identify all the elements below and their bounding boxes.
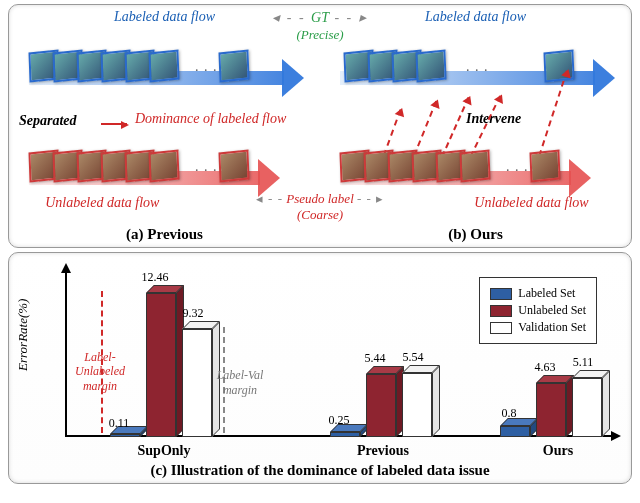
- caption-c: (c) Illustration of the dominance of lab…: [9, 462, 631, 479]
- labeled-tiles-a: [35, 51, 179, 81]
- val-ours-unl: 4.63: [525, 360, 565, 375]
- subfig-a: Labeled data flow . . . Separated Domina…: [9, 5, 320, 219]
- val-prev-unl: 5.44: [355, 351, 395, 366]
- legend-validation: Validation Set: [518, 320, 586, 335]
- legend-swatch-labeled: [490, 288, 512, 300]
- val-ours-val: 5.11: [563, 355, 603, 370]
- xcat-ours: Ours: [503, 443, 613, 459]
- chart-legend: Labeled Set Unlabeled Set Validation Set: [479, 277, 597, 344]
- legend-unlabeled: Unlabeled Set: [518, 303, 586, 318]
- unlabeled-tiles-a: [35, 151, 179, 181]
- val-suponly-unl: 12.46: [135, 270, 175, 285]
- figure-panel-top: Labeled data flow ◂ - - GT - - ▸ Labeled…: [8, 4, 632, 248]
- caption-b: (b) Ours: [320, 226, 631, 243]
- intervene-label: Intervene: [466, 111, 521, 127]
- xcat-suponly: SupOnly: [109, 443, 219, 459]
- subfig-b: Labeled data flow . . . Intervene . .: [320, 5, 631, 219]
- labeled-flow-label-right: Labeled data flow: [320, 9, 631, 25]
- dominance-arrow: [101, 115, 127, 133]
- labeled-flow-label-left: Labeled data flow: [9, 9, 320, 25]
- val-ours-lab: 0.8: [489, 406, 529, 421]
- val-prev-val: 5.54: [393, 350, 433, 365]
- unlabeled-flow-label-b: Unlabeled data flow: [432, 195, 631, 211]
- separated-label: Separated: [19, 113, 77, 129]
- margin-label-val: Label-Val margin: [205, 368, 275, 397]
- figure-panel-bottom: ErrorRate(%) Labeled Set Unlabeled Set V…: [8, 252, 632, 484]
- val-suponly-lab: 0.11: [99, 416, 139, 431]
- chart-ylabel: ErrorRate(%): [15, 299, 31, 371]
- chart-plot-area: Labeled Set Unlabeled Set Validation Set…: [65, 271, 607, 437]
- val-suponly-val: 9.32: [173, 306, 213, 321]
- labeled-tiles-b: [350, 51, 446, 81]
- unlabeled-tiles-b: [346, 151, 490, 181]
- legend-swatch-validation: [490, 322, 512, 334]
- margin-label-unlabel: Label-Unlabeled margin: [61, 350, 139, 393]
- xcat-previous: Previous: [323, 443, 443, 459]
- caption-a: (a) Previous: [9, 226, 320, 243]
- dominance-label: Dominance of labeled flow: [135, 111, 286, 127]
- legend-swatch-unlabeled: [490, 305, 512, 317]
- val-prev-lab: 0.25: [319, 413, 359, 428]
- legend-labeled: Labeled Set: [518, 286, 575, 301]
